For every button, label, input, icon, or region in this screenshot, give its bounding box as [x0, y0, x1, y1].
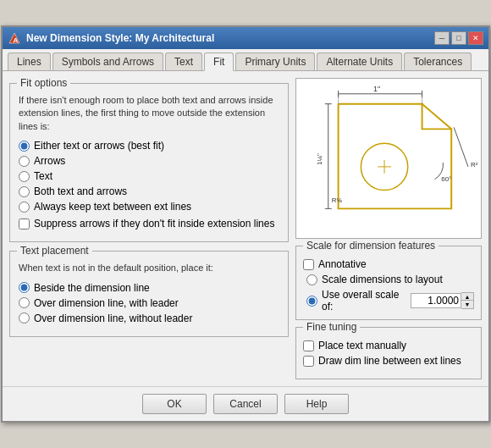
titlebar-controls: ─ □ ✕ — [434, 31, 483, 45]
close-button[interactable]: ✕ — [468, 31, 483, 45]
text-placement-description: When text is not in the default position… — [19, 262, 279, 274]
radio-over-leader[interactable]: Over dimension line, with leader — [19, 297, 279, 309]
radio-label-both: Both text and arrows — [34, 185, 127, 197]
cancel-button[interactable]: Cancel — [213, 394, 278, 414]
help-button[interactable]: Help — [284, 394, 349, 414]
scale-spin-down[interactable]: ▼ — [461, 301, 473, 308]
use-overall-label: Use overall scale of: — [322, 289, 407, 312]
maximize-button[interactable]: □ — [451, 31, 466, 45]
svg-text:1¼": 1¼" — [316, 153, 323, 165]
text-placement-radio-group: Beside the dimension line Over dimension… — [19, 282, 279, 324]
radio-over-no-leader[interactable]: Over dimension line, without leader — [19, 312, 279, 324]
app-icon: A — [8, 31, 21, 45]
fit-options-title: Fit options — [17, 77, 70, 89]
svg-text:1": 1" — [373, 85, 380, 93]
radio-both[interactable]: Both text and arrows — [19, 185, 279, 197]
preview-area: 1" 1¼" R² 60° R⅛ — [295, 78, 482, 239]
svg-text:R⅛: R⅛ — [332, 196, 343, 204]
scale-spinner: ▲ ▼ — [461, 292, 474, 309]
fit-options-group: Fit options If there isn't enough room t… — [9, 83, 289, 242]
radio-scale-to-layout[interactable]: Scale dimensions to layout — [303, 274, 474, 285]
tab-primary-units[interactable]: Primary Units — [235, 53, 315, 70]
radio-label-over-leader: Over dimension line, with leader — [34, 297, 179, 309]
ok-button[interactable]: OK — [142, 394, 207, 414]
svg-text:A: A — [14, 36, 19, 44]
tab-fit[interactable]: Fit — [204, 53, 234, 71]
scale-spin-up[interactable]: ▲ — [461, 293, 473, 301]
right-panel: 1" 1¼" R² 60° R⅛ — [295, 78, 482, 379]
tab-symbols-arrows[interactable]: Symbols and Arrows — [52, 53, 163, 70]
svg-rect-2 — [296, 79, 481, 238]
tab-text[interactable]: Text — [165, 53, 202, 70]
radio-label-arrows: Arrows — [34, 155, 65, 167]
radio-either-text-arrows[interactable]: Either text or arrows (best fit) — [19, 140, 279, 152]
titlebar: A New Dimension Style: My Architectural … — [3, 27, 488, 49]
text-placement-title: Text placement — [17, 245, 92, 257]
preview-svg: 1" 1¼" R² 60° R⅛ — [296, 79, 481, 238]
suppress-arrows-label: Suppress arrows if they don't fit inside… — [34, 218, 274, 230]
left-panel: Fit options If there isn't enough room t… — [9, 78, 295, 379]
radio-label-always: Always keep text between ext lines — [34, 201, 191, 213]
scale-to-layout-label: Scale dimensions to layout — [322, 274, 443, 285]
annotative-checkbox[interactable]: Annotative — [303, 258, 474, 270]
main-window: A New Dimension Style: My Architectural … — [1, 25, 490, 423]
scale-value-input[interactable] — [411, 293, 461, 308]
annotative-label: Annotative — [318, 258, 367, 270]
suppress-arrows-checkbox[interactable]: Suppress arrows if they don't fit inside… — [19, 218, 279, 230]
svg-text:60°: 60° — [441, 175, 451, 183]
tabs-bar: Lines Symbols and Arrows Text Fit Primar… — [3, 49, 488, 71]
draw-dim-label: Draw dim line between ext lines — [318, 355, 461, 367]
radio-label-either: Either text or arrows (best fit) — [34, 140, 164, 152]
tab-lines[interactable]: Lines — [8, 53, 51, 70]
svg-text:R²: R² — [471, 161, 478, 169]
radio-text[interactable]: Text — [19, 170, 279, 182]
radio-label-over-no-leader: Over dimension line, without leader — [34, 312, 192, 324]
radio-label-text: Text — [34, 170, 52, 182]
radio-arrows[interactable]: Arrows — [19, 155, 279, 167]
place-text-checkbox[interactable]: Place text manually — [303, 340, 474, 351]
main-content: Fit options If there isn't enough room t… — [3, 71, 488, 386]
footer: OK Cancel Help — [3, 386, 488, 421]
tab-tolerances[interactable]: Tolerances — [404, 53, 472, 70]
scale-input-wrap: ▲ ▼ — [411, 292, 474, 309]
fit-options-description: If there isn't enough room to place both… — [19, 94, 279, 133]
fit-radio-group: Either text or arrows (best fit) Arrows … — [19, 140, 279, 213]
text-placement-group: Text placement When text is not in the d… — [9, 251, 289, 336]
window-title: New Dimension Style: My Architectural — [26, 32, 214, 44]
radio-always-keep[interactable]: Always keep text between ext lines — [19, 201, 279, 213]
tab-alternate-units[interactable]: Alternate Units — [317, 53, 402, 70]
scale-group: Scale for dimension features Annotative … — [295, 246, 482, 320]
radio-use-overall[interactable]: Use overall scale of: — [306, 289, 407, 312]
radio-label-beside: Beside the dimension line — [34, 282, 150, 294]
radio-beside[interactable]: Beside the dimension line — [19, 282, 279, 294]
scale-group-title: Scale for dimension features — [303, 240, 439, 252]
place-text-label: Place text manually — [318, 340, 406, 351]
fine-tuning-title: Fine tuning — [303, 321, 360, 333]
draw-dim-line-checkbox[interactable]: Draw dim line between ext lines — [303, 355, 474, 367]
titlebar-left: A New Dimension Style: My Architectural — [8, 31, 214, 45]
minimize-button[interactable]: ─ — [434, 31, 450, 45]
fine-tuning-group: Fine tuning Place text manually Draw dim… — [295, 327, 482, 379]
